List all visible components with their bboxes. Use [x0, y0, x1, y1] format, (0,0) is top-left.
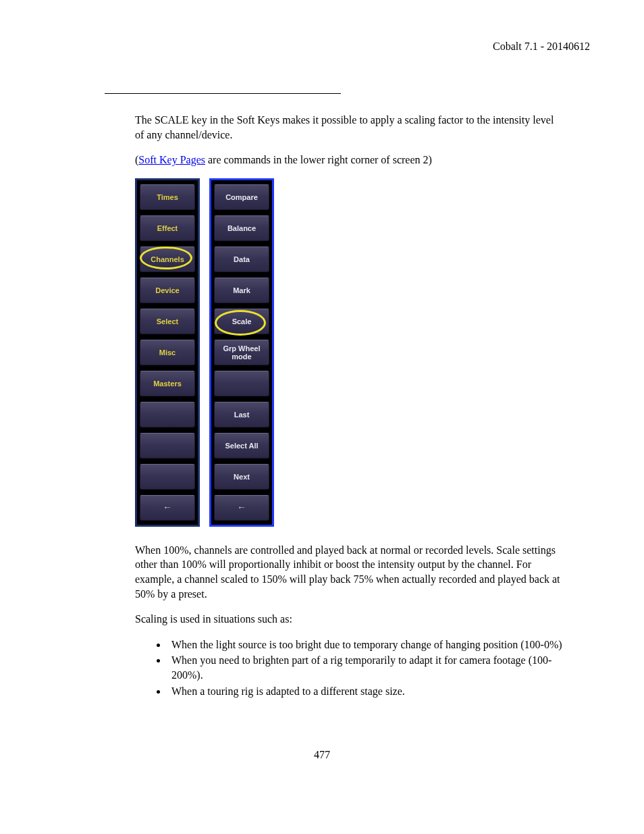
softkey-label: Masters: [152, 380, 183, 388]
list-item: When the light source is too bright due …: [167, 637, 563, 652]
softkey-label: Compare: [224, 193, 259, 201]
softkey-misc[interactable]: Misc: [140, 340, 195, 365]
softkey-label: Select: [155, 317, 180, 325]
softkey-empty[interactable]: [140, 402, 195, 427]
softkey-grp-wheel-mode[interactable]: Grp Wheel mode: [214, 340, 269, 365]
softkeys-panel: Times Effect Channels Device Select Misc…: [135, 178, 563, 527]
list-item: When you need to brighten part of a rig …: [167, 653, 563, 682]
softkey-label: Device: [154, 286, 180, 294]
soft-key-pages-link[interactable]: Soft Key Pages: [138, 154, 205, 165]
softkey-label: Channels: [149, 255, 186, 263]
softkey-empty[interactable]: [140, 464, 195, 490]
softkey-label: Times: [155, 193, 180, 201]
header-version: Cobalt 7.1 - 20140612: [54, 41, 590, 53]
softkey-effect[interactable]: Effect: [140, 215, 195, 241]
softkey-balance[interactable]: Balance: [214, 215, 269, 241]
softkey-label: Data: [232, 255, 251, 263]
softkey-empty[interactable]: [140, 433, 195, 459]
softkey-label: Next: [232, 473, 251, 481]
softkey-device[interactable]: Device: [140, 278, 195, 303]
softkey-column-right: Compare Balance Data Mark Scale Grp Whee…: [209, 178, 274, 527]
softkey-label: Effect: [156, 224, 180, 232]
softkey-label: Grp Wheel mode: [215, 344, 269, 361]
bullet-list: When the light source is too bright due …: [167, 637, 563, 698]
softkey-label: Scale: [231, 317, 253, 325]
softkey-masters[interactable]: Masters: [140, 371, 195, 396]
softkey-label: Last: [233, 411, 251, 419]
softkey-label: Mark: [232, 286, 252, 294]
softkey-label: Balance: [226, 224, 257, 232]
softkey-select[interactable]: Select: [140, 309, 195, 334]
list-item: When a touring rig is adapted to a diffe…: [167, 684, 563, 699]
paren-rest: are commands in the lower right corner o…: [205, 154, 432, 165]
softkey-data[interactable]: Data: [214, 246, 269, 272]
softkey-mark[interactable]: Mark: [214, 278, 269, 303]
softkey-last[interactable]: Last: [214, 402, 269, 427]
softkey-channels[interactable]: Channels: [140, 246, 195, 272]
softkey-scale[interactable]: Scale: [214, 309, 269, 334]
softkey-select-all[interactable]: Select All: [214, 433, 269, 459]
softkey-next[interactable]: Next: [214, 464, 269, 490]
softkey-times[interactable]: Times: [140, 184, 195, 210]
intro-paragraph-2: (Soft Key Pages are commands in the lowe…: [135, 153, 563, 167]
softkey-empty[interactable]: [214, 371, 269, 396]
softkey-back[interactable]: ←: [214, 495, 269, 521]
softkey-column-left: Times Effect Channels Device Select Misc…: [135, 178, 200, 527]
page-number: 477: [0, 749, 644, 761]
section-rule: [105, 93, 341, 94]
back-arrow-icon: ←: [237, 502, 246, 513]
softkey-label: Misc: [158, 348, 177, 357]
intro-paragraph-1: The SCALE key in the Soft Keys makes it …: [135, 113, 563, 142]
softkey-back[interactable]: ←: [140, 495, 195, 521]
back-arrow-icon: ←: [163, 502, 172, 513]
softkey-label: Select All: [223, 442, 259, 450]
softkey-compare[interactable]: Compare: [214, 184, 269, 210]
body-paragraph-4: Scaling is used in situations such as:: [135, 612, 563, 627]
body-paragraph-3: When 100%, channels are controlled and p…: [135, 543, 563, 601]
